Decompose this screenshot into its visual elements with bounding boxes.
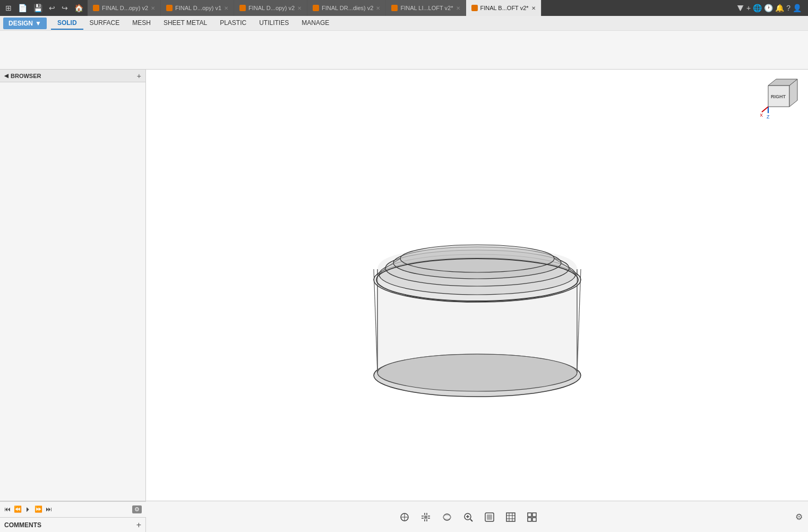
- sidebar-header-left: ◀ BROWSER: [4, 73, 41, 79]
- tab-close-icon[interactable]: ✕: [151, 5, 155, 11]
- sidebar: ◀ BROWSER +: [0, 70, 146, 501]
- view-options-button[interactable]: [523, 510, 540, 525]
- 3d-model: [345, 152, 610, 418]
- save-icon[interactable]: 💾: [31, 3, 45, 13]
- svg-rect-45: [532, 518, 536, 521]
- ribbon: DESIGN ▼ SOLIDSURFACEMESHSHEET METALPLAS…: [0, 16, 808, 70]
- undo-icon[interactable]: ↩: [47, 3, 57, 13]
- tab-color-indicator: [391, 5, 398, 11]
- svg-rect-29: [424, 516, 427, 519]
- bell-icon[interactable]: 🔔: [775, 4, 784, 12]
- tab-label: FINAL D...opy) v2: [102, 5, 148, 11]
- browser-tree: [0, 82, 145, 501]
- tab-close-icon[interactable]: ✕: [531, 5, 536, 11]
- tab-extras: ⯆ + 🌐 🕐 🔔 ? 👤: [734, 4, 805, 12]
- tab-color-indicator: [471, 5, 478, 11]
- design-dropdown-arrow: ▼: [35, 20, 41, 27]
- tab-close-icon[interactable]: ✕: [376, 5, 380, 11]
- ribbon-tabs: SOLIDSURFACEMESHSHEET METALPLASTICUTILIT…: [51, 17, 336, 30]
- svg-point-30: [443, 515, 451, 519]
- ribbon-tab-plastic[interactable]: PLASTIC: [213, 17, 253, 30]
- svg-line-24: [762, 107, 768, 112]
- ribbon-tab-manage[interactable]: MANAGE: [295, 17, 336, 30]
- browser-label: BROWSER: [11, 73, 41, 79]
- ribbon-top: DESIGN ▼ SOLIDSURFACEMESHSHEET METALPLAS…: [0, 16, 808, 31]
- tab-t4[interactable]: FINAL DR...dies) v2 ✕: [307, 0, 386, 16]
- tab-close-icon[interactable]: ✕: [456, 5, 460, 11]
- settings-gear-icon[interactable]: ⚙: [795, 512, 803, 522]
- design-button[interactable]: DESIGN ▼: [3, 18, 47, 29]
- orbit-button[interactable]: [439, 510, 455, 525]
- play-back-icon[interactable]: ⏪: [14, 505, 22, 513]
- browser-icon[interactable]: 🌐: [753, 4, 762, 12]
- tab-label: FINAL B...OFT v2*: [480, 5, 529, 11]
- overflow-tabs-icon[interactable]: ⯆: [737, 4, 744, 12]
- tab-close-icon[interactable]: ✕: [224, 5, 228, 11]
- help-icon[interactable]: ?: [786, 4, 790, 12]
- top-bar: ⊞ 📄 💾 ↩ ↪ 🏠 FINAL D...opy) v2 ✕ FINAL D.…: [0, 0, 808, 16]
- svg-rect-43: [532, 513, 536, 517]
- user-avatar[interactable]: 👤: [793, 4, 802, 12]
- fit-view-button[interactable]: [396, 510, 413, 525]
- sidebar-header: ◀ BROWSER +: [0, 70, 145, 82]
- viewport[interactable]: RIGHT Z X: [146, 70, 808, 501]
- ribbon-tab-sheet-metal[interactable]: SHEET METAL: [157, 17, 213, 30]
- status-bar: [146, 501, 790, 532]
- apps-icon[interactable]: ⊞: [3, 3, 14, 13]
- tab-t6[interactable]: FINAL B...OFT v2* ✕: [466, 0, 541, 16]
- tab-t1[interactable]: FINAL D...opy) v2 ✕: [88, 0, 161, 16]
- clock-icon[interactable]: 🕐: [764, 4, 773, 12]
- comments-add-icon[interactable]: +: [136, 520, 141, 530]
- svg-rect-41: [506, 513, 515, 521]
- svg-line-32: [470, 519, 472, 521]
- canvas-area: RIGHT Z X: [146, 70, 808, 501]
- orientation-cube[interactable]: RIGHT Z X: [760, 75, 803, 117]
- tab-label: FINAL DR...dies) v2: [322, 5, 373, 11]
- svg-text:X: X: [760, 113, 763, 118]
- ribbon-tab-utilities[interactable]: UTILITIES: [253, 17, 295, 30]
- comments-panel: COMMENTS +: [0, 517, 146, 533]
- tab-bar: FINAL D...opy) v2 ✕ FINAL D...opy) v1 ✕ …: [88, 0, 732, 16]
- tab-label: FINAL D...opy) v1: [175, 5, 221, 11]
- new-tab-icon[interactable]: +: [746, 4, 751, 12]
- tab-label: FINAL D...opy) v2: [248, 5, 295, 11]
- ribbon-tab-surface[interactable]: SURFACE: [83, 17, 126, 30]
- ribbon-tab-mesh[interactable]: MESH: [126, 17, 157, 30]
- tab-color-indicator: [313, 5, 319, 11]
- bottom-area: ⏮ ⏪ ⏵ ⏩ ⏭ ⚙ COMMENTS +: [0, 501, 808, 532]
- design-label: DESIGN: [8, 20, 33, 27]
- tab-color-indicator: [166, 5, 173, 11]
- ribbon-content: [0, 31, 808, 69]
- play-skip-back-icon[interactable]: ⏮: [4, 505, 11, 513]
- tab-label: FINAL LI...LOFT v2*: [400, 5, 453, 11]
- timeline-settings-icon[interactable]: ⚙: [132, 505, 142, 513]
- grid-button[interactable]: [502, 510, 519, 525]
- ribbon-tab-solid[interactable]: SOLID: [51, 17, 83, 30]
- play-icon[interactable]: ⏵: [25, 505, 31, 513]
- file-icon[interactable]: 📄: [16, 3, 29, 13]
- pan-button[interactable]: [417, 510, 434, 525]
- svg-rect-42: [528, 513, 531, 517]
- svg-text:RIGHT: RIGHT: [771, 94, 786, 99]
- gear-bar: ⚙: [790, 501, 808, 532]
- tab-t2[interactable]: FINAL D...opy) v1 ✕: [161, 0, 234, 16]
- tab-color-indicator: [239, 5, 246, 11]
- redo-icon[interactable]: ↪: [59, 3, 70, 13]
- tab-color-indicator: [93, 5, 99, 11]
- playback-bar: ⏮ ⏪ ⏵ ⏩ ⏭ ⚙: [0, 501, 146, 517]
- svg-text:Z: Z: [767, 114, 770, 119]
- home-icon[interactable]: 🏠: [72, 3, 85, 13]
- tab-t3[interactable]: FINAL D...opy) v2 ✕: [234, 0, 307, 16]
- tab-close-icon[interactable]: ✕: [297, 5, 302, 11]
- display-mode-button[interactable]: [481, 510, 498, 525]
- play-skip-forward-icon[interactable]: ⏭: [46, 505, 52, 513]
- sidebar-add-icon[interactable]: +: [137, 72, 141, 80]
- svg-point-3: [377, 354, 577, 391]
- zoom-fit-button[interactable]: [460, 510, 477, 525]
- svg-rect-44: [528, 518, 531, 521]
- sidebar-collapse-icon[interactable]: ◀: [4, 73, 8, 79]
- tab-t5[interactable]: FINAL LI...LOFT v2* ✕: [386, 0, 466, 16]
- comments-label: COMMENTS: [4, 521, 41, 529]
- svg-rect-36: [487, 514, 492, 520]
- play-forward-icon[interactable]: ⏩: [35, 505, 42, 513]
